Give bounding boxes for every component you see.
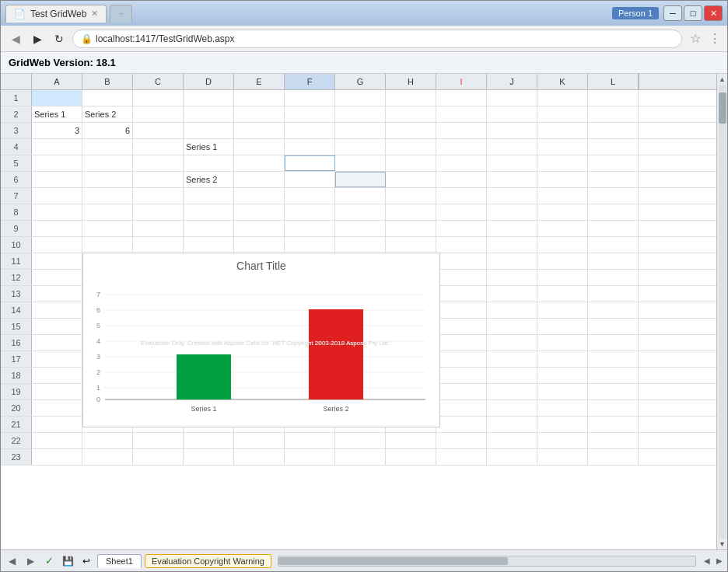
- close-button[interactable]: ✕: [704, 5, 723, 21]
- cell-c3[interactable]: [133, 123, 184, 138]
- cell-h3[interactable]: [386, 123, 436, 138]
- tab-close-icon[interactable]: ✕: [91, 9, 98, 19]
- cell-h5[interactable]: [386, 155, 436, 171]
- cell-k11[interactable]: [537, 253, 588, 269]
- evaluation-warning-tab[interactable]: Evaluation Copyright Warning: [145, 554, 271, 568]
- cell-j14[interactable]: [487, 302, 537, 318]
- cell-i8[interactable]: [436, 204, 487, 220]
- cell-i12[interactable]: [436, 270, 487, 285]
- cell-h22[interactable]: [386, 433, 436, 448]
- cell-i19[interactable]: [436, 384, 487, 399]
- cell-i2[interactable]: [436, 106, 487, 122]
- cell-l9[interactable]: [588, 221, 639, 236]
- cell-i20[interactable]: [436, 400, 487, 416]
- cell-i13[interactable]: [436, 286, 487, 302]
- cell-d2[interactable]: [184, 106, 234, 122]
- cell-k4[interactable]: [537, 139, 588, 155]
- cell-e1[interactable]: [234, 90, 285, 106]
- cell-a7[interactable]: [32, 188, 82, 204]
- cell-a19[interactable]: [32, 384, 82, 399]
- cell-a5[interactable]: [32, 155, 82, 171]
- cell-i18[interactable]: [436, 368, 487, 383]
- scroll-track[interactable]: [719, 85, 726, 539]
- cell-l10[interactable]: [588, 237, 639, 253]
- h-scroll-left-arrow[interactable]: ◀: [702, 556, 712, 565]
- cell-e4[interactable]: [234, 139, 285, 155]
- cell-a13[interactable]: [32, 286, 82, 302]
- cell-f10[interactable]: [285, 237, 335, 253]
- cell-l5[interactable]: [588, 155, 639, 171]
- cell-e3[interactable]: [234, 123, 285, 138]
- cell-a17[interactable]: [32, 351, 82, 367]
- vertical-scrollbar[interactable]: ▲ ▼: [716, 74, 727, 549]
- cell-b23[interactable]: [82, 449, 133, 465]
- cell-i11[interactable]: [436, 253, 487, 269]
- cell-l20[interactable]: [588, 400, 639, 416]
- cell-a11[interactable]: [32, 253, 82, 269]
- cell-e10[interactable]: [234, 237, 285, 253]
- cell-a20[interactable]: [32, 400, 82, 416]
- cell-a1[interactable]: [32, 90, 82, 106]
- browser-menu-button[interactable]: ⋮: [709, 31, 721, 46]
- cell-g10[interactable]: [335, 237, 386, 253]
- cell-c1[interactable]: [133, 90, 184, 106]
- cell-j23[interactable]: [487, 449, 537, 465]
- cell-k8[interactable]: [537, 204, 588, 220]
- cell-j10[interactable]: [487, 237, 537, 253]
- cell-f5[interactable]: [285, 155, 335, 171]
- cell-k21[interactable]: [537, 417, 588, 432]
- cell-a18[interactable]: [32, 368, 82, 383]
- cell-c5[interactable]: [133, 155, 184, 171]
- cell-e23[interactable]: [234, 449, 285, 465]
- cell-l1[interactable]: [588, 90, 639, 106]
- cell-c2[interactable]: [133, 106, 184, 122]
- cell-j19[interactable]: [487, 384, 537, 399]
- cell-f3[interactable]: [285, 123, 335, 138]
- cell-c6[interactable]: [133, 172, 184, 187]
- sheet-tab-sheet1[interactable]: Sheet1: [97, 554, 142, 568]
- cell-g9[interactable]: [335, 221, 386, 236]
- cell-a9[interactable]: [32, 221, 82, 236]
- cell-l21[interactable]: [588, 417, 639, 432]
- cell-g2[interactable]: [335, 106, 386, 122]
- cell-c7[interactable]: [133, 188, 184, 204]
- cell-e5[interactable]: [234, 155, 285, 171]
- cell-k1[interactable]: [537, 90, 588, 106]
- cell-g23[interactable]: [335, 449, 386, 465]
- cell-d3[interactable]: [184, 123, 234, 138]
- cell-k3[interactable]: [537, 123, 588, 138]
- cell-g7[interactable]: [335, 188, 386, 204]
- scroll-thumb[interactable]: [719, 92, 726, 124]
- cell-i4[interactable]: [436, 139, 487, 155]
- maximize-button[interactable]: □: [684, 5, 702, 21]
- cell-k9[interactable]: [537, 221, 588, 236]
- h-scroll-thumb[interactable]: [278, 557, 508, 565]
- cell-b10[interactable]: [82, 237, 133, 253]
- cell-f7[interactable]: [285, 188, 335, 204]
- cell-i5[interactable]: [436, 155, 487, 171]
- cell-f6[interactable]: [285, 172, 335, 187]
- nav-next-button[interactable]: ▶: [23, 554, 38, 568]
- cell-b9[interactable]: [82, 221, 133, 236]
- cell-i17[interactable]: [436, 351, 487, 367]
- cell-h10[interactable]: [386, 237, 436, 253]
- cell-l19[interactable]: [588, 384, 639, 399]
- cell-d1[interactable]: [184, 90, 234, 106]
- cell-e2[interactable]: [234, 106, 285, 122]
- cell-a15[interactable]: [32, 319, 82, 334]
- cell-c22[interactable]: [133, 433, 184, 448]
- cell-j12[interactable]: [487, 270, 537, 285]
- cell-b22[interactable]: [82, 433, 133, 448]
- cell-e9[interactable]: [234, 221, 285, 236]
- cell-l16[interactable]: [588, 335, 639, 351]
- cell-j22[interactable]: [487, 433, 537, 448]
- cell-a22[interactable]: [32, 433, 82, 448]
- cell-g3[interactable]: [335, 123, 386, 138]
- cell-g1[interactable]: [335, 90, 386, 106]
- cell-j11[interactable]: [487, 253, 537, 269]
- cell-k14[interactable]: [537, 302, 588, 318]
- cell-k2[interactable]: [537, 106, 588, 122]
- cell-f8[interactable]: [285, 204, 335, 220]
- cell-j8[interactable]: [487, 204, 537, 220]
- cell-l2[interactable]: [588, 106, 639, 122]
